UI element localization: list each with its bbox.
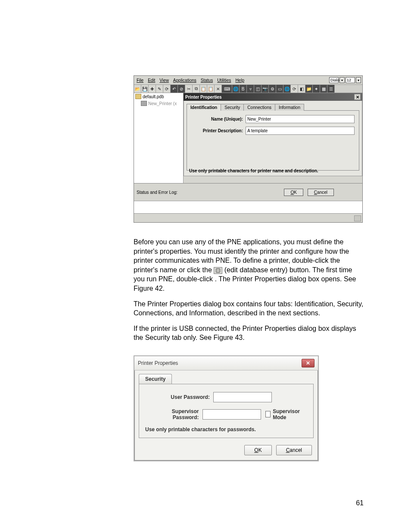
tool-bold-icon[interactable]: B	[240, 85, 247, 93]
tree-root-label: default.pdb	[143, 94, 164, 99]
supervisor-password-input[interactable]	[202, 409, 261, 420]
user-password-input[interactable]	[213, 392, 272, 402]
body-text: Before you can use any of the PNE applic…	[134, 237, 364, 342]
tool-link-icon[interactable]: ⟳	[291, 85, 298, 93]
tool-disk2-icon[interactable]: ◧	[298, 85, 305, 93]
tool-refresh-icon[interactable]: ⟳	[163, 85, 171, 93]
tool-grid-icon[interactable]: ▦	[320, 85, 327, 93]
cancel-button[interactable]: Cancel	[308, 189, 334, 196]
tab-security[interactable]: Security	[139, 374, 172, 384]
font-select[interactable]: Dialog	[329, 77, 339, 83]
toolbar: 📂 💾 ✚ ✎ ⟳ ↶ ⊘ ✂ ⧉ 📋 📋 ✕ ⌨ 🌐 B ▿ ◫ 📷 ⚙ ▭ …	[134, 85, 362, 93]
status-label: Status and Error Log:	[137, 190, 186, 195]
hint-text: Use only printable characters for printe…	[189, 168, 318, 173]
tool-cube-icon[interactable]: ◫	[254, 85, 262, 93]
tool-folder-icon[interactable]: 📁	[305, 85, 313, 93]
close-icon[interactable]: ✕	[302, 359, 314, 367]
page-number: 61	[356, 499, 364, 507]
tab-panel: Name (Unique): Printer Description: Use …	[187, 110, 359, 171]
status-row: Status and Error Log: OK Cancel	[134, 183, 362, 201]
para3: If the printer is USB connected, the Pri…	[134, 324, 364, 342]
tree-item-label: New_Printer (x	[148, 101, 177, 106]
menu-edit[interactable]: Edit	[146, 78, 156, 83]
tool-edit-db-icon[interactable]: ✎	[156, 85, 163, 93]
edit-database-entry-icon	[214, 267, 222, 274]
tab-security[interactable]: Security	[221, 104, 244, 111]
security-dialog-title: Printer Properties	[138, 360, 178, 366]
supervisor-mode-checkbox[interactable]	[265, 411, 271, 417]
tool-delete-icon[interactable]: ✕	[215, 85, 222, 93]
tool-paste-icon[interactable]: 📋	[200, 85, 207, 93]
app-screenshot: File Edit View Applications Status Utili…	[134, 75, 363, 223]
ok-button[interactable]: OK	[244, 445, 271, 455]
font-dropdown-icon[interactable]: ▾	[339, 77, 345, 83]
password-hint: Use only printable characters for passwo…	[145, 426, 307, 432]
tool-globe2-icon[interactable]: 🌐	[283, 85, 291, 93]
tree-root[interactable]: default.pdb	[134, 93, 183, 100]
folder-icon	[135, 94, 141, 99]
para2: The Printer Properties dialog box contai…	[134, 299, 364, 318]
name-label: Name (Unique):	[191, 117, 246, 121]
printer-properties-dialog: Printer Properties ✕ Identification Secu…	[184, 93, 362, 183]
security-panel: User Password: Supervisor Password: Supe…	[139, 384, 314, 438]
tool-world-icon[interactable]: 🌐	[232, 85, 240, 93]
tool-copy-icon[interactable]: ⧉	[193, 85, 200, 93]
tool-stop-icon[interactable]: ⊘	[178, 85, 185, 93]
tree-item-new-printer[interactable]: New_Printer (x	[134, 100, 183, 107]
tool-screen-icon[interactable]: ▭	[276, 85, 283, 93]
tool-filter-icon[interactable]: ▿	[247, 85, 254, 93]
tab-connections[interactable]: Connections	[243, 104, 275, 111]
name-input[interactable]	[246, 115, 355, 123]
user-password-label: User Password:	[145, 394, 213, 400]
tool-wand-icon[interactable]: ✦	[313, 85, 320, 93]
menu-applications[interactable]: Applications	[172, 78, 198, 83]
tool-gear-icon[interactable]: ⚙	[269, 85, 276, 93]
tab-information[interactable]: Information	[275, 104, 304, 111]
cancel-button[interactable]: Cancel	[276, 445, 312, 455]
ok-button[interactable]: OK	[284, 189, 303, 196]
security-dialog: Printer Properties ✕ Security User Passw…	[134, 355, 319, 461]
resize-grip-icon[interactable]	[354, 215, 361, 221]
description-input[interactable]	[246, 127, 355, 135]
tool-paste2-icon[interactable]: 📋	[207, 85, 215, 93]
tab-identification[interactable]: Identification	[187, 104, 221, 111]
tool-cam-icon[interactable]: 📷	[262, 85, 269, 93]
size-dropdown-icon[interactable]: ▾	[356, 77, 361, 83]
menu-file[interactable]: File	[135, 78, 145, 83]
tree-pane: default.pdb New_Printer (x	[134, 93, 184, 183]
menu-utilities[interactable]: Utilities	[216, 78, 232, 83]
close-icon[interactable]: ✕	[354, 94, 361, 100]
dialog-title: Printer Properties	[185, 95, 221, 100]
supervisor-password-label: Supervisor Password:	[145, 408, 202, 420]
menu-view[interactable]: View	[158, 78, 170, 83]
tool-save-icon[interactable]: 💾	[141, 85, 149, 93]
supervisor-mode-label: Supervisor Mode	[273, 408, 307, 420]
printer-icon	[141, 101, 147, 106]
menu-help[interactable]: Help	[234, 78, 246, 83]
menu-status[interactable]: Status	[199, 78, 214, 83]
tool-list-icon[interactable]: ☰	[327, 85, 335, 93]
tool-undo-icon[interactable]: ↶	[171, 85, 178, 93]
tool-new-icon[interactable]: ✚	[149, 85, 156, 93]
tool-keyboard-icon[interactable]: ⌨	[222, 85, 232, 93]
size-select[interactable]: 12	[346, 77, 355, 83]
tool-cut-icon[interactable]: ✂	[185, 85, 193, 93]
menubar: File Edit View Applications Status Utili…	[134, 76, 362, 85]
description-label: Printer Description:	[191, 128, 246, 133]
tool-open-icon[interactable]: 📂	[134, 85, 141, 93]
